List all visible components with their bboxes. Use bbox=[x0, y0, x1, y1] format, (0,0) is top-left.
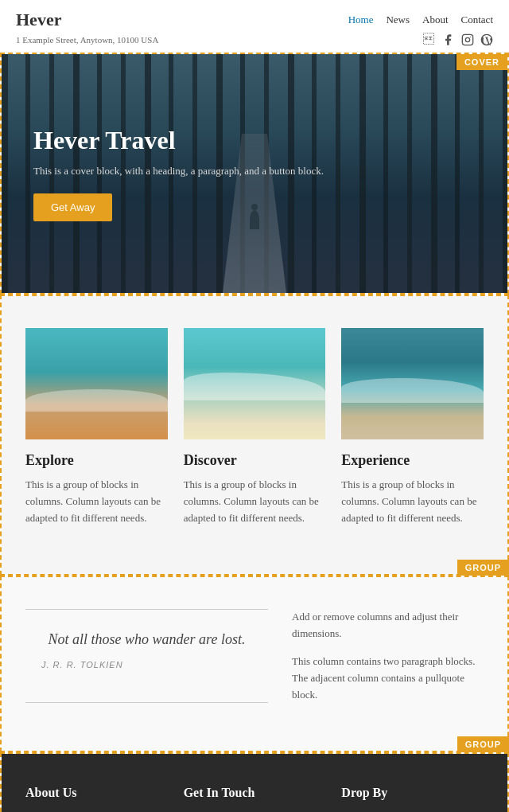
pullquote-cite: J. R. R. TOLKIEN bbox=[41, 660, 123, 670]
discover-image bbox=[184, 328, 326, 439]
beach-image-2 bbox=[184, 328, 326, 439]
quote-group-section: Not all those who wander are lost. J. R.… bbox=[0, 576, 509, 752]
svg-rect-1 bbox=[462, 34, 472, 45]
footer-contact: Get In Touch mail@example.com (555) 555 … bbox=[184, 786, 326, 812]
nav-home[interactable]: Home bbox=[348, 14, 374, 26]
main-nav: Home News About Contact bbox=[348, 14, 493, 26]
explore-text: This is a group of blocks in columns. Co… bbox=[25, 477, 168, 526]
social-icons:  bbox=[423, 33, 493, 46]
nav-contact[interactable]: Contact bbox=[461, 14, 493, 26]
pullquote-text: Not all those who wander are lost. bbox=[41, 629, 252, 650]
site-address: 1 Example Street, Anytown, 10100 USA bbox=[16, 35, 158, 45]
experience-text: This is a group of blocks in columns. Co… bbox=[341, 477, 484, 526]
columns-section: Explore This is a group of blocks in col… bbox=[2, 296, 507, 574]
beach-image-3 bbox=[341, 328, 484, 439]
discover-text: This is a group of blocks in columns. Co… bbox=[184, 477, 326, 526]
columns-grid: Explore This is a group of blocks in col… bbox=[25, 328, 484, 526]
instagram-icon[interactable] bbox=[461, 33, 474, 46]
about-heading: About Us bbox=[25, 786, 168, 800]
footer-group-section: About Us Visitors will want to know who … bbox=[0, 752, 509, 812]
discover-heading: Discover bbox=[184, 452, 326, 469]
get-away-button[interactable]: Get Away bbox=[33, 193, 112, 221]
pullquote-block: Not all those who wander are lost. J. R.… bbox=[25, 609, 268, 703]
experience-heading: Experience bbox=[341, 452, 484, 469]
svg-point-2 bbox=[465, 37, 469, 41]
columns-group-section: Explore This is a group of blocks in col… bbox=[0, 295, 509, 576]
cover-label: COVER bbox=[457, 54, 507, 70]
cover-content: Hever Travel This is a cover block, with… bbox=[2, 54, 507, 293]
header-top: Hever Home News About Contact bbox=[16, 10, 493, 30]
footer-about: About Us Visitors will want to know who … bbox=[25, 786, 168, 812]
footer-section: About Us Visitors will want to know who … bbox=[2, 754, 507, 812]
column-explore: Explore This is a group of blocks in col… bbox=[25, 328, 168, 526]
cover-paragraph: This is a cover block, with a heading, a… bbox=[33, 165, 352, 178]
footer-location: Drop By 1 Example Street Anytown, 10100 … bbox=[341, 786, 484, 812]
beach-image-1 bbox=[25, 328, 168, 439]
quote-para-1: Add or remove columns and adjust their d… bbox=[292, 609, 484, 642]
nav-news[interactable]: News bbox=[386, 14, 410, 26]
nav-about[interactable]: About bbox=[422, 14, 449, 26]
cover-block: Hever Travel This is a cover block, with… bbox=[2, 54, 507, 293]
column-experience: Experience This is a group of blocks in … bbox=[341, 328, 484, 526]
experience-image bbox=[341, 328, 484, 439]
contact-heading: Get In Touch bbox=[184, 786, 326, 800]
site-title: Hever bbox=[16, 10, 61, 30]
quote-paragraphs: Add or remove columns and adjust their d… bbox=[292, 609, 484, 703]
wordpress-icon[interactable] bbox=[480, 33, 493, 46]
svg-point-3 bbox=[470, 37, 471, 37]
column-discover: Discover This is a group of blocks in co… bbox=[184, 328, 326, 526]
group1-label: GROUP bbox=[457, 560, 509, 576]
site-header: Hever Home News About Contact 1 Example … bbox=[0, 0, 509, 53]
quote-para-2: This column contains two paragraph block… bbox=[292, 654, 484, 703]
quote-section: Not all those who wander are lost. J. R.… bbox=[2, 577, 507, 751]
explore-heading: Explore bbox=[25, 452, 168, 469]
cover-section: Hever Travel This is a cover block, with… bbox=[0, 53, 509, 295]
cover-heading: Hever Travel bbox=[33, 126, 476, 155]
facebook-icon[interactable]:  bbox=[423, 33, 436, 46]
header-bottom: 1 Example Street, Anytown, 10100 USA  bbox=[16, 33, 493, 46]
explore-image bbox=[25, 328, 168, 439]
group2-label: GROUP bbox=[457, 736, 509, 752]
location-heading: Drop By bbox=[341, 786, 484, 800]
facebook-icon[interactable] bbox=[442, 33, 455, 46]
